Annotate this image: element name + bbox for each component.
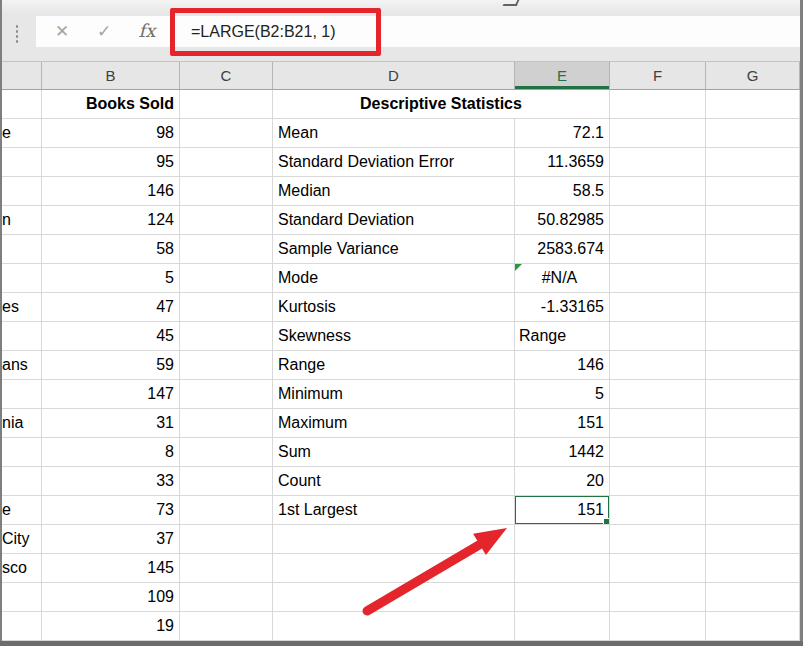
cell-B9[interactable]: 45: [42, 322, 180, 351]
cell-F8[interactable]: [610, 293, 706, 322]
cell-C4[interactable]: [180, 177, 273, 206]
cell-C16[interactable]: [180, 525, 273, 554]
cell-G2[interactable]: [706, 119, 800, 148]
cell-G18[interactable]: [706, 583, 800, 612]
column-header-d[interactable]: D: [273, 62, 515, 90]
cell-F4[interactable]: [610, 177, 706, 206]
cell-G13[interactable]: [706, 438, 800, 467]
cell-G15[interactable]: [706, 496, 800, 525]
cell-A19[interactable]: [0, 612, 42, 641]
formula-bar-grip-handle[interactable]: [13, 25, 21, 43]
cell-G14[interactable]: [706, 467, 800, 496]
cell-D16[interactable]: [273, 525, 515, 554]
cell-D4[interactable]: Median: [273, 177, 515, 206]
cell-G17[interactable]: [706, 554, 800, 583]
column-header-b[interactable]: B: [42, 62, 180, 90]
cell-B11[interactable]: 147: [42, 380, 180, 409]
cell-B4[interactable]: 146: [42, 177, 180, 206]
cell-E19[interactable]: [515, 612, 610, 641]
cell-C12[interactable]: [180, 409, 273, 438]
cell-G1[interactable]: [706, 90, 800, 119]
cell-A18[interactable]: [0, 583, 42, 612]
cell-D1-E1-merged[interactable]: Descriptive Statistics: [273, 90, 610, 119]
cell-F12[interactable]: [610, 409, 706, 438]
cell-B13[interactable]: 8: [42, 438, 180, 467]
column-header-c[interactable]: C: [180, 62, 273, 90]
cell-E6[interactable]: 2583.674: [515, 235, 610, 264]
cell-D15[interactable]: 1st Largest: [273, 496, 515, 525]
cell-F15[interactable]: [610, 496, 706, 525]
cell-C3[interactable]: [180, 148, 273, 177]
cell-B16[interactable]: 37: [42, 525, 180, 554]
cell-C5[interactable]: [180, 206, 273, 235]
cell-D8[interactable]: Kurtosis: [273, 293, 515, 322]
cell-A7[interactable]: [0, 264, 42, 293]
cell-C15[interactable]: [180, 496, 273, 525]
cell-G16[interactable]: [706, 525, 800, 554]
cell-A16[interactable]: City: [0, 525, 42, 554]
cell-C1[interactable]: [180, 90, 273, 119]
cell-F10[interactable]: [610, 351, 706, 380]
cell-A3[interactable]: [0, 148, 42, 177]
cell-C7[interactable]: [180, 264, 273, 293]
cell-B6[interactable]: 58: [42, 235, 180, 264]
cell-E5[interactable]: 50.82985: [515, 206, 610, 235]
cell-B14[interactable]: 33: [42, 467, 180, 496]
cell-E11[interactable]: 5: [515, 380, 610, 409]
cell-G10[interactable]: [706, 351, 800, 380]
cell-F11[interactable]: [610, 380, 706, 409]
cell-E14[interactable]: 20: [515, 467, 610, 496]
cell-A15[interactable]: e: [0, 496, 42, 525]
cell-B5[interactable]: 124: [42, 206, 180, 235]
cell-B18[interactable]: 109: [42, 583, 180, 612]
cell-D7[interactable]: Mode: [273, 264, 515, 293]
cell-D17[interactable]: [273, 554, 515, 583]
cell-F1[interactable]: [610, 90, 706, 119]
cell-B3[interactable]: 95: [42, 148, 180, 177]
cell-B7[interactable]: 5: [42, 264, 180, 293]
cell-D2[interactable]: Mean: [273, 119, 515, 148]
cell-D18[interactable]: [273, 583, 515, 612]
cancel-icon[interactable]: ✕: [47, 16, 77, 47]
cell-E3[interactable]: 11.3659: [515, 148, 610, 177]
cell-C9[interactable]: [180, 322, 273, 351]
cell-G11[interactable]: [706, 380, 800, 409]
cell-B12[interactable]: 31: [42, 409, 180, 438]
cell-A10[interactable]: ans: [0, 351, 42, 380]
cell-A12[interactable]: nia: [0, 409, 42, 438]
cell-A17[interactable]: sco: [0, 554, 42, 583]
cell-D9[interactable]: Skewness: [273, 322, 515, 351]
cell-G12[interactable]: [706, 409, 800, 438]
cell-A1[interactable]: [0, 90, 42, 119]
cell-G4[interactable]: [706, 177, 800, 206]
cell-E16[interactable]: [515, 525, 610, 554]
cell-F17[interactable]: [610, 554, 706, 583]
cell-C17[interactable]: [180, 554, 273, 583]
cell-B8[interactable]: 47: [42, 293, 180, 322]
cell-D12[interactable]: Maximum: [273, 409, 515, 438]
cell-D10[interactable]: Range: [273, 351, 515, 380]
cell-B17[interactable]: 145: [42, 554, 180, 583]
cell-E10[interactable]: 146: [515, 351, 610, 380]
confirm-icon[interactable]: ✓: [89, 16, 119, 47]
cell-F9[interactable]: [610, 322, 706, 351]
column-header-a[interactable]: [0, 62, 42, 90]
cell-G19[interactable]: [706, 612, 800, 641]
cell-F3[interactable]: [610, 148, 706, 177]
cell-C2[interactable]: [180, 119, 273, 148]
formula-input[interactable]: =LARGE(B2:B21, 1): [191, 16, 336, 47]
cell-A6[interactable]: [0, 235, 42, 264]
cell-E13[interactable]: 1442: [515, 438, 610, 467]
cell-E7[interactable]: #N/A: [515, 264, 610, 293]
cell-A2[interactable]: e: [0, 119, 42, 148]
cell-B2[interactable]: 98: [42, 119, 180, 148]
insert-function-icon[interactable]: fx: [134, 16, 160, 47]
cell-G8[interactable]: [706, 293, 800, 322]
column-header-e[interactable]: E: [515, 62, 610, 90]
cell-F19[interactable]: [610, 612, 706, 641]
cell-E12[interactable]: 151: [515, 409, 610, 438]
cell-F7[interactable]: [610, 264, 706, 293]
cell-F5[interactable]: [610, 206, 706, 235]
cell-D6[interactable]: Sample Variance: [273, 235, 515, 264]
cell-G9[interactable]: [706, 322, 800, 351]
